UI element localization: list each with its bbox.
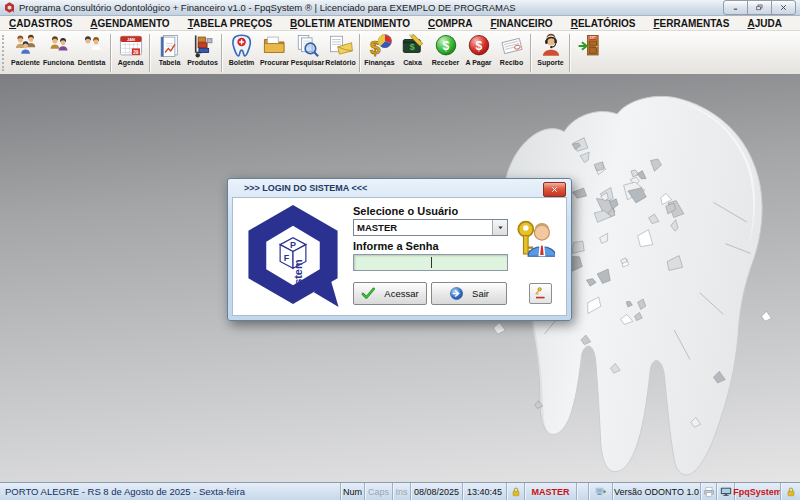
- user-select[interactable]: MASTER: [353, 219, 508, 236]
- toolbar-separator: [149, 34, 151, 72]
- toolbar-button-label: Paciente: [11, 59, 40, 66]
- toolbar-button-pesquisar[interactable]: Pesquisar: [291, 31, 324, 75]
- statusbar-brand: FpqSystem: [734, 483, 780, 500]
- toolbar-separator: [359, 34, 361, 72]
- tooth-cross-icon: [229, 33, 255, 59]
- chevron-down-icon[interactable]: [492, 220, 507, 235]
- access-button[interactable]: Acessar: [353, 282, 427, 305]
- toolbar-button-label: Agenda: [118, 59, 144, 66]
- access-button-label: Acessar: [384, 288, 418, 299]
- search-docs-icon: [295, 33, 321, 59]
- svg-text:F: F: [284, 253, 290, 263]
- menu-item-cadastros[interactable]: CADASTROS: [0, 18, 81, 29]
- toolbar-button-dentista[interactable]: Dentista: [75, 31, 108, 75]
- login-dialog: >>> LOGIN DO SISTEMA <<< P F System Sele…: [227, 178, 572, 321]
- minimize-button[interactable]: [723, 0, 748, 15]
- caps-lock-indicator: Caps: [364, 483, 392, 500]
- toolbar-button-label: Produtos: [187, 59, 218, 66]
- receipt-icon: [499, 33, 525, 59]
- svg-text:P: P: [290, 240, 296, 250]
- toolbar-button-label: Caixa: [403, 59, 422, 66]
- fpqsystem-logo: P F System: [242, 203, 345, 308]
- calendar-icon: JAN29: [118, 33, 144, 59]
- statusbar-version: Versão ODONTO 1.0: [612, 483, 700, 500]
- toolbar-button-label: Boletim: [229, 59, 255, 66]
- statusbar-spacer: [576, 483, 588, 500]
- user-select-value: MASTER: [354, 222, 492, 233]
- toolbar-button-exit[interactable]: EXIT: [573, 31, 606, 75]
- toolbar-button-label: Tabela: [159, 59, 181, 66]
- statusbar-segments: NumCapsIns08/08/202513:40:45MASTERVersão…: [340, 483, 800, 500]
- toolbar-button-label: Suporte: [537, 59, 563, 66]
- finance-icon: $: [367, 33, 393, 59]
- menu-item-compra[interactable]: COMPRA: [419, 18, 481, 29]
- menu-item-boletim-atendimento[interactable]: BOLETIM ATENDIMENTO: [281, 18, 419, 29]
- key-user-icon: [515, 220, 555, 258]
- printer-icon: [700, 483, 716, 500]
- toolbar-button-receber[interactable]: $Receber: [429, 31, 462, 75]
- dialog-title: >>> LOGIN DO SISTEMA <<<: [244, 183, 367, 193]
- toolbar-button-produtos[interactable]: Produtos: [186, 31, 219, 75]
- statusbar: PORTO ALEGRE - RS 8 de Agosto de 2025 - …: [0, 482, 800, 500]
- dialog-close-button[interactable]: [543, 182, 566, 197]
- toolbar-button-procurar[interactable]: Procurar: [258, 31, 291, 75]
- exit-button-label: Sair: [472, 288, 489, 299]
- employees-icon: [46, 33, 72, 59]
- cashbook-icon: $: [400, 33, 426, 59]
- toolbar: PacienteFuncionaDentistaJAN29AgendaTabel…: [0, 31, 800, 76]
- dialog-body: P F System Selecione o Usuário MASTER In…: [232, 197, 567, 316]
- toolbar-button-paciente[interactable]: Paciente: [9, 31, 42, 75]
- toolbar-button-a-pagar[interactable]: $A Pagar: [462, 31, 495, 75]
- monitor-icon: [716, 483, 734, 500]
- toolbar-button-caixa[interactable]: $Caixa: [396, 31, 429, 75]
- check-icon: [361, 286, 376, 301]
- insert-indicator: Ins: [392, 483, 410, 500]
- menu-item-ajuda[interactable]: AJUDA: [738, 18, 790, 29]
- toolbar-button-agenda[interactable]: JAN29Agenda: [114, 31, 147, 75]
- exit-button[interactable]: Sair: [431, 282, 507, 305]
- app-logo-icon: [4, 2, 15, 13]
- toolbar-separator: [110, 34, 112, 72]
- toolbar-button-suporte[interactable]: Suporte: [534, 31, 567, 75]
- text-caret: [431, 257, 432, 268]
- exit-door-icon: EXIT: [577, 33, 603, 59]
- toolbar-button-label: Procurar: [260, 59, 289, 66]
- svg-text:29: 29: [133, 50, 139, 55]
- support-icon: [538, 33, 564, 59]
- menu-item-agendamento[interactable]: AGENDAMENTO: [81, 18, 178, 29]
- receive-icon: $: [433, 33, 459, 59]
- menu-item-ferramentas[interactable]: FERRAMENTAS: [644, 18, 738, 29]
- toolbar-button-funciona[interactable]: Funciona: [42, 31, 75, 75]
- toolbar-button-recibo[interactable]: Recibo: [495, 31, 528, 75]
- toolbar-gripper[interactable]: [2, 35, 8, 71]
- toolbar-button-tabela[interactable]: Tabela: [153, 31, 186, 75]
- toolbar-button-financas[interactable]: $Finanças: [363, 31, 396, 75]
- svg-text:System: System: [292, 259, 304, 298]
- pay-icon: $: [466, 33, 492, 59]
- svg-text:$: $: [442, 39, 449, 53]
- menu-item-relatorios[interactable]: RELATÓRIOS: [562, 18, 645, 29]
- password-input[interactable]: [353, 254, 508, 271]
- toolbar-button-boletim[interactable]: Boletim: [225, 31, 258, 75]
- change-password-button[interactable]: [529, 283, 552, 304]
- restore-button[interactable]: [747, 0, 772, 15]
- toolbar-button-label: Dentista: [78, 59, 106, 66]
- toolbar-button-label: Finanças: [364, 59, 394, 66]
- arrow-circle-icon: [449, 286, 464, 301]
- toolbar-button-relatorio[interactable]: Relatório: [324, 31, 357, 75]
- application-window: { "window": { "title": "Programa Consult…: [0, 0, 800, 500]
- close-button[interactable]: [771, 0, 796, 15]
- dialog-titlebar[interactable]: >>> LOGIN DO SISTEMA <<<: [228, 179, 571, 197]
- menu-item-tabela-precos[interactable]: TABELA PREÇOS: [179, 18, 281, 29]
- svg-text:$: $: [475, 39, 482, 53]
- statusbar-location: PORTO ALEGRE - RS 8 de Agosto de 2025 - …: [0, 486, 340, 497]
- patients-icon: [13, 33, 39, 59]
- padlock-icon: [780, 483, 800, 500]
- computer-icon: [588, 483, 612, 500]
- menu-item-financeiro[interactable]: FINANCEIRO: [481, 18, 561, 29]
- window-titlebar: Programa Consultório Odontológico + Fina…: [0, 0, 800, 16]
- statusbar-user: MASTER: [524, 483, 576, 500]
- statusbar-time: 13:40:45: [462, 483, 506, 500]
- svg-text:EXIT: EXIT: [589, 36, 595, 40]
- toolbar-button-label: Relatório: [325, 59, 355, 66]
